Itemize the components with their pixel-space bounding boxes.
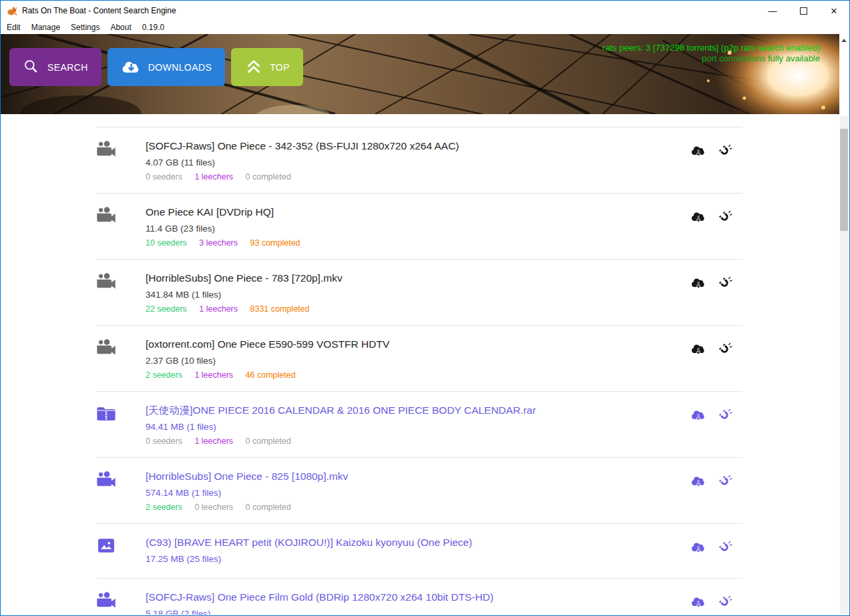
result-size: 4.07 GB (11 files) <box>146 156 690 169</box>
menu-settings[interactable]: Settings <box>65 21 105 34</box>
result-row[interactable]: [天使动漫]ONE PIECE 2016 CALENDAR & 2016 ONE… <box>96 391 742 457</box>
seeders-count: 10 seeders <box>146 238 187 248</box>
leechers-count: 1 leechers <box>194 172 233 182</box>
seeders-count: 0 seeders <box>146 436 182 446</box>
menu-manage[interactable]: Manage <box>26 21 65 34</box>
rat-app-icon <box>7 5 17 16</box>
magnet-icon[interactable] <box>718 474 732 489</box>
archive-file-icon <box>96 403 146 447</box>
download-cloud-icon[interactable] <box>690 540 706 555</box>
video-file-icon <box>96 337 146 381</box>
result-size: 574.14 MB (1 files) <box>146 487 690 499</box>
magnet-icon[interactable] <box>718 595 732 609</box>
result-row[interactable]: (C93) [BRAVE HEART petit (KOJIROU!)] Kai… <box>96 523 742 578</box>
result-title[interactable]: [HorribleSubs] One Piece - 825 [1080p].m… <box>146 469 690 483</box>
download-cloud-icon <box>121 59 142 75</box>
menu-edit[interactable]: Edit <box>1 21 26 34</box>
result-title[interactable]: [oxtorrent.com] One Piece E590-599 VOSTF… <box>146 337 690 351</box>
scroll-up-icon <box>841 39 847 42</box>
download-cloud-icon[interactable] <box>690 276 706 290</box>
menu-version[interactable]: 0.19.0 <box>137 21 170 34</box>
minimize-button[interactable]: — <box>757 1 788 21</box>
download-cloud-icon[interactable] <box>690 474 706 489</box>
magnet-icon[interactable] <box>718 210 732 224</box>
result-row[interactable]: [SOFCJ-Raws] One Piece Film Gold (BDRip … <box>96 578 742 615</box>
leechers-count: 0 leechers <box>194 503 233 512</box>
menu-bar: Edit Manage Settings About 0.19.0 <box>1 21 849 34</box>
peer-status-line1: rats peers: 3 [737298 torrents] (p2p rat… <box>602 43 820 53</box>
result-title[interactable]: [天使动漫]ONE PIECE 2016 CALENDAR & 2016 ONE… <box>146 403 690 417</box>
seeders-count: 2 seeders <box>146 370 182 380</box>
scroll-up-button[interactable] <box>839 37 849 43</box>
scrollbar <box>839 34 849 615</box>
completed-count: 8331 completed <box>250 304 310 314</box>
result-size: 341.84 MB (1 files) <box>146 288 690 301</box>
results-area: [SOFCJ-Raws] One Piece - 342-352 (BS-FUJ… <box>1 114 839 615</box>
window-title: Rats On The Boat - Content Search Engine <box>22 6 176 15</box>
downloads-button-label: DOWNLOADS <box>148 62 212 73</box>
download-cloud-icon[interactable] <box>690 143 706 158</box>
image-file-icon <box>96 535 146 568</box>
maximize-icon <box>800 7 807 15</box>
magnet-icon[interactable] <box>718 408 732 422</box>
result-row[interactable]: [HorribleSubs] One Piece - 825 [1080p].m… <box>96 457 742 523</box>
maximize-button[interactable] <box>788 1 819 21</box>
chevron-double-up-icon <box>244 58 263 77</box>
video-file-icon <box>96 139 146 183</box>
magnet-icon[interactable] <box>718 276 732 290</box>
header-buttons: SEARCH DOWNLOADS <box>9 48 303 86</box>
video-file-icon <box>96 469 146 513</box>
leechers-count: 3 leechers <box>199 238 238 248</box>
top-button-label: TOP <box>270 62 290 73</box>
download-cloud-icon[interactable] <box>690 408 706 422</box>
leechers-count: 1 leechers <box>194 436 233 446</box>
header-banner: SEARCH DOWNLOADS <box>1 34 839 114</box>
result-title[interactable]: [HorribleSubs] One Piece - 783 [720p].mk… <box>146 271 690 285</box>
result-stats: 10 seeders 3 leechers 93 completed <box>146 238 690 249</box>
video-file-icon <box>96 205 146 249</box>
download-cloud-icon[interactable] <box>690 342 706 356</box>
completed-count: 0 completed <box>246 503 291 512</box>
search-icon <box>23 58 41 76</box>
close-button[interactable]: ✕ <box>819 1 849 21</box>
leechers-count: 1 leechers <box>194 370 233 380</box>
downloads-button[interactable]: DOWNLOADS <box>108 48 225 86</box>
magnet-icon[interactable] <box>718 143 732 158</box>
magnet-icon[interactable] <box>718 342 732 356</box>
seeders-count: 0 seeders <box>146 172 182 182</box>
result-row[interactable]: [SOFCJ-Raws] One Piece - 342-352 (BS-FUJ… <box>96 127 742 193</box>
result-size: 17.25 MB (25 files) <box>146 553 690 565</box>
result-title[interactable]: (C93) [BRAVE HEART petit (KOJIROU!)] Kai… <box>146 535 690 549</box>
result-stats: 0 seeders 1 leechers 0 completed <box>146 436 690 447</box>
result-stats: 22 seeders 1 leechers 8331 completed <box>146 304 690 315</box>
scrollbar-track[interactable] <box>840 116 848 615</box>
completed-count: 93 completed <box>250 238 300 248</box>
download-cloud-icon[interactable] <box>690 595 706 609</box>
result-title[interactable]: One Piece KAI [DVDrip HQ] <box>146 205 690 219</box>
menu-about[interactable]: About <box>105 21 136 34</box>
result-stats: 2 seeders 0 leechers 0 completed <box>146 502 690 513</box>
video-file-icon <box>96 590 146 615</box>
title-bar: Rats On The Boat - Content Search Engine… <box>1 1 849 21</box>
result-title[interactable]: [SOFCJ-Raws] One Piece - 342-352 (BS-FUJ… <box>146 139 690 153</box>
seeders-count: 22 seeders <box>146 304 187 314</box>
result-row[interactable]: [oxtorrent.com] One Piece E590-599 VOSTF… <box>96 325 742 391</box>
result-size: 11.4 GB (23 files) <box>146 222 690 235</box>
result-title[interactable]: [SOFCJ-Raws] One Piece Film Gold (BDRip … <box>146 590 690 604</box>
video-file-icon <box>96 271 146 315</box>
result-row[interactable]: [HorribleSubs] One Piece - 783 [720p].mk… <box>96 259 742 325</box>
result-stats: 2 seeders 1 leechers 46 completed <box>146 370 690 381</box>
result-stats: 0 seeders 1 leechers 0 completed <box>146 172 690 183</box>
results-list: [SOFCJ-Raws] One Piece - 342-352 (BS-FUJ… <box>96 114 742 615</box>
download-cloud-icon[interactable] <box>690 210 706 224</box>
result-size: 2.37 GB (10 files) <box>146 354 690 367</box>
scrollbar-thumb[interactable] <box>840 129 848 231</box>
result-size: 5.18 GB (2 files) <box>146 607 690 615</box>
result-row[interactable]: One Piece KAI [DVDrip HQ] 11.4 GB (23 fi… <box>96 193 742 259</box>
completed-count: 0 completed <box>246 172 291 182</box>
result-size: 94.41 MB (1 files) <box>146 420 690 433</box>
search-button[interactable]: SEARCH <box>9 48 101 86</box>
leechers-count: 1 leechers <box>199 304 238 314</box>
top-button[interactable]: TOP <box>231 48 303 86</box>
magnet-icon[interactable] <box>718 540 732 555</box>
